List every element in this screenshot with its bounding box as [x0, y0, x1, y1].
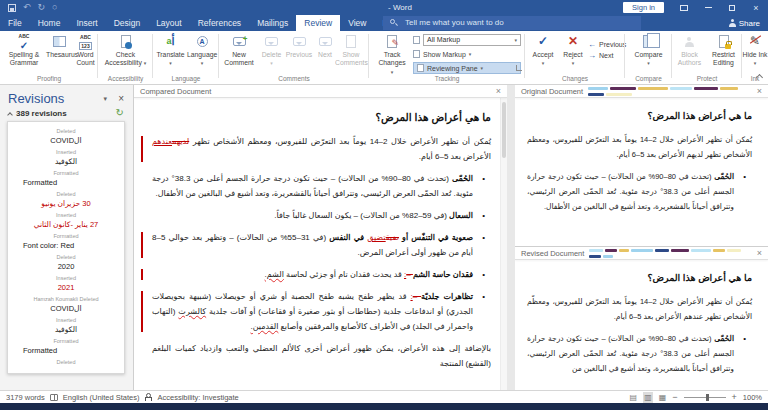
accessibility-status[interactable]: Accessibility: Investigate	[157, 393, 238, 402]
zoom-slider-thumb[interactable]	[706, 394, 709, 401]
restore-button[interactable]	[720, 0, 744, 15]
redo-icon[interactable]: ↻	[38, 2, 46, 13]
hide-ink-button[interactable]: ✎Hide Ink ▾	[742, 33, 768, 68]
language-status[interactable]: English (United States)	[63, 393, 140, 402]
tracking-dialog-launcher[interactable]	[516, 65, 522, 71]
reject-button[interactable]: ✕Reject▾	[559, 33, 587, 68]
revision-action-label: Inserted	[8, 211, 124, 219]
original-document-body[interactable]: ما هي أعراض هذا المرض؟ يُمكن أن تظهر الأ…	[515, 98, 768, 214]
delete-label: Delete	[262, 51, 282, 58]
original-close-icon[interactable]: ×	[757, 86, 762, 96]
text-run: الأعراض بعد 5–6 أيام.	[419, 152, 491, 161]
track-changes-button[interactable]: ✎Track Changes▾	[374, 33, 410, 76]
compared-document-body[interactable]: ما هي أعراض هذا المرض؟ يُمكن أن تظهر الأ…	[134, 98, 507, 371]
original-document-pane: Original Document× ما هي أعراض هذا المرض…	[515, 85, 768, 246]
text-run: لديهم	[172, 137, 189, 146]
previous-comment-icon	[293, 37, 306, 46]
revision-item[interactable]: Deleted2020	[8, 253, 124, 274]
revision-item[interactable]: Inserted27 يناير -كانون الثاني	[8, 211, 124, 232]
markup-mark	[694, 87, 718, 90]
zoom-in-button[interactable]: +	[732, 392, 737, 402]
scrollbar-thumb[interactable]	[502, 102, 506, 158]
reviewing-pane-button[interactable]: Reviewing Pane▾	[413, 62, 521, 74]
revisions-pane-close-icon[interactable]: ×	[118, 93, 124, 104]
new-comment-button[interactable]: +New Comment	[221, 33, 257, 68]
zoom-out-button[interactable]: −	[672, 392, 677, 402]
group-label-protect: Protect	[672, 75, 742, 82]
revision-item[interactable]: Hamzah Koumakli DeletedالCOVID	[8, 295, 124, 316]
revision-item[interactable]: Deleted30 حزيران يونيو	[8, 190, 124, 211]
group-protect: Block Authors Restrict Editing Protect	[672, 31, 742, 84]
ribbon-display-options-button[interactable]	[672, 0, 696, 15]
group-label-accessibility: Accessibility	[98, 75, 153, 82]
save-icon[interactable]	[8, 4, 16, 12]
dropdown-caret-icon: ▾	[169, 60, 172, 66]
text-run: السعال	[449, 211, 473, 220]
tab-layout[interactable]: Layout	[148, 15, 190, 31]
restrict-editing-button[interactable]: Restrict Editing	[707, 33, 740, 68]
text-run: تضيق	[367, 233, 385, 242]
tab-file[interactable]: File	[0, 15, 30, 31]
vertical-scrollbar[interactable]	[500, 98, 507, 390]
word-count-status[interactable]: 3179 words	[6, 393, 45, 402]
share-button[interactable]: Share	[729, 15, 760, 31]
zoom-level[interactable]: 100%	[743, 393, 762, 402]
tab-view[interactable]: View	[340, 15, 374, 31]
markup-dropdown[interactable]: All Markup▾	[423, 34, 521, 46]
close-window-button[interactable]: ×	[744, 0, 768, 15]
tell-me-search-input[interactable]: Tell me what you want to do	[383, 16, 641, 30]
spelling-grammar-button[interactable]: ABC✓Spelling & Grammar	[2, 33, 46, 68]
refresh-icon[interactable]: ↻	[116, 107, 124, 118]
compared-close-icon[interactable]: ×	[496, 86, 501, 96]
revision-action-label: Deleted	[8, 127, 124, 135]
next-change-button[interactable]: →Next	[588, 50, 626, 61]
read-mode-button[interactable]: ▤	[630, 392, 638, 403]
markup-mark	[610, 87, 636, 90]
accept-button[interactable]: ✓Accept▾	[528, 33, 558, 68]
revision-item[interactable]: FormattedFormatted	[8, 169, 124, 190]
revision-item[interactable]: Insertedالكوفيد	[8, 316, 124, 337]
revised-close-icon[interactable]: ×	[757, 248, 762, 258]
revision-item[interactable]: DeletedالCOVID	[8, 127, 124, 148]
text-run: في النفس	[329, 233, 367, 242]
revision-item[interactable]: FormattedFont color: Red	[8, 232, 124, 253]
track-changes-icon: ✎	[387, 35, 397, 48]
check-accessibility-button[interactable]: Check Accessibility ▾	[101, 33, 150, 68]
word-count-button[interactable]: ABC123Word Count	[73, 33, 98, 68]
tab-insert[interactable]: Insert	[68, 15, 105, 31]
revision-item[interactable]: Deleted	[8, 358, 124, 374]
revisions-pane-menu-icon[interactable]: ▾	[103, 95, 107, 103]
tab-references[interactable]: References	[190, 15, 249, 31]
dropdown-caret-icon: ▾	[754, 60, 757, 66]
sign-in-button[interactable]: Sign in	[623, 2, 664, 13]
print-layout-button[interactable]: ▥	[643, 392, 653, 403]
tab-home[interactable]: Home	[30, 15, 69, 31]
show-markup-button[interactable]: Show Markup▾	[413, 48, 521, 60]
revision-item[interactable]: Insertedالكوفيد	[8, 148, 124, 169]
minimize-button[interactable]	[696, 0, 720, 15]
revisions-list[interactable]: DeletedالCOVID Insertedالكوفيد Formatted…	[7, 121, 125, 374]
revision-item[interactable]: Inserted2021	[8, 274, 124, 295]
tab-design[interactable]: Design	[106, 15, 148, 31]
revision-item[interactable]: FormattedFormatted	[8, 337, 124, 358]
tab-review[interactable]: Review	[296, 15, 340, 31]
translate-button[interactable]: aﺃTranslate▾	[156, 33, 185, 68]
tab-mailings[interactable]: Mailings	[249, 15, 296, 31]
language-button[interactable]: ALanguage▾	[187, 33, 217, 68]
web-layout-button[interactable]: ▦	[659, 392, 667, 403]
translate-icon: aﺃ	[156, 33, 185, 50]
revisions-count-row[interactable]: 389 revisions	[8, 109, 67, 118]
text-run: –	[406, 270, 413, 279]
compare-button[interactable]: Compare▾	[629, 33, 668, 68]
dropdown-caret-icon: ▾	[514, 35, 517, 45]
customize-qat-icon[interactable]: ○	[52, 2, 57, 13]
thesaurus-button[interactable]: Thesaurus	[46, 33, 73, 59]
zoom-slider[interactable]	[684, 397, 726, 398]
proofing-status-icon[interactable]	[50, 394, 58, 401]
revised-document-body[interactable]: ما هي أعراض هذا المرض؟ يُمكن أن تظهر الأ…	[515, 260, 768, 376]
ribbon-display-icon	[680, 5, 688, 11]
check-accessibility-label: Check Accessibility	[105, 51, 142, 66]
undo-icon[interactable]: ↶	[23, 2, 31, 13]
minimize-icon	[705, 7, 712, 8]
previous-change-button[interactable]: ←Previous	[588, 39, 626, 50]
